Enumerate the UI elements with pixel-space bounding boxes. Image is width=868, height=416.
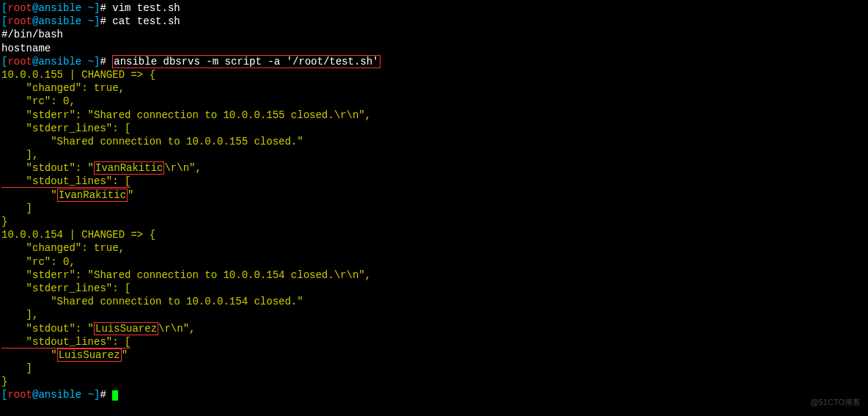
host: ansible xyxy=(38,15,81,27)
output-line: } xyxy=(1,375,867,388)
output-line: "stderr": "Shared connection to 10.0.0.1… xyxy=(1,109,867,122)
command-vim: vim test.sh xyxy=(112,2,180,14)
file-content-line: #/bin/bash xyxy=(1,28,867,41)
output-line: "rc": 0, xyxy=(1,95,867,108)
space xyxy=(81,15,87,27)
tilde: ~ xyxy=(88,56,94,67)
watermark: @51CTO博客 xyxy=(811,397,861,407)
host: ansible xyxy=(38,2,81,14)
stdout-lines-label: "stdout_lines": [ xyxy=(1,175,130,188)
file-content-line: hostname xyxy=(1,42,867,55)
user: root xyxy=(7,389,32,401)
host: ansible xyxy=(38,389,81,401)
cursor-icon xyxy=(112,390,118,401)
prompt-line-4[interactable]: [root@ansible ~]# xyxy=(1,388,867,401)
separator: | xyxy=(63,229,81,241)
quote: " xyxy=(128,189,133,201)
indent: " xyxy=(1,189,57,201)
tilde: ~ xyxy=(88,2,94,14)
quote: " xyxy=(122,349,128,361)
output-line: "stdout_lines": [ xyxy=(1,175,867,188)
ip-address: 10.0.0.154 xyxy=(1,229,63,241)
output-line: "IvanRakitic" xyxy=(1,189,867,202)
output-line: "rc": 0, xyxy=(1,255,867,269)
user: root xyxy=(7,2,32,14)
hash: # xyxy=(100,389,112,401)
hostname-output: LuisSuarez xyxy=(94,322,158,335)
brace: => { xyxy=(125,229,155,241)
status-changed: CHANGED xyxy=(81,229,125,241)
output-line: 10.0.0.154 | CHANGED => { xyxy=(1,228,867,241)
output-line: "changed": true, xyxy=(1,241,867,255)
output-line: "changed": true, xyxy=(1,81,867,95)
output-line: "stdout": "LuisSuarez\r\n", xyxy=(1,322,867,335)
hostname-output: IvanRakitic xyxy=(94,161,164,175)
output-line: ], xyxy=(1,148,867,161)
output-line: "LuisSuarez" xyxy=(1,349,867,362)
output-line: ] xyxy=(1,362,867,375)
output-line: } xyxy=(1,215,867,228)
prompt-line-3: [root@ansible ~]# ansible dbsrvs -m scri… xyxy=(1,55,867,68)
command-ansible: ansible dbsrvs -m script -a '/root/test.… xyxy=(112,55,380,68)
output-line: ] xyxy=(1,202,867,215)
output-line: "stderr_lines": [ xyxy=(1,282,867,295)
output-line: "stdout_lines": [ xyxy=(1,335,867,349)
stdout-lines-label: "stdout_lines": [ xyxy=(1,336,130,349)
output-line: "stderr": "Shared connection to 10.0.0.1… xyxy=(1,269,867,282)
output-line: 10.0.0.155 | CHANGED => { xyxy=(1,68,867,81)
hostname-output: LuisSuarez xyxy=(57,349,122,362)
indent: " xyxy=(1,349,57,361)
stdout-tail: \r\n", xyxy=(164,162,201,174)
command-cat: cat test.sh xyxy=(112,15,180,27)
hostname-output: IvanRakitic xyxy=(57,189,128,202)
stdout-tail: \r\n", xyxy=(158,323,195,335)
separator: | xyxy=(63,69,81,81)
hash: # xyxy=(100,15,112,27)
output-line: "stderr_lines": [ xyxy=(1,122,867,135)
brace: => { xyxy=(125,69,155,81)
space xyxy=(81,389,87,401)
tilde: ~ xyxy=(88,15,94,27)
ip-address: 10.0.0.155 xyxy=(1,69,63,81)
prompt-line-1: [root@ansible ~]# vim test.sh xyxy=(1,1,867,15)
space xyxy=(81,56,87,67)
stdout-label: "stdout": " xyxy=(1,323,94,335)
prompt-line-2: [root@ansible ~]# cat test.sh xyxy=(1,15,867,28)
status-changed: CHANGED xyxy=(81,69,125,81)
output-line: "stdout": "IvanRakitic\r\n", xyxy=(1,161,867,175)
output-line: ], xyxy=(1,308,867,321)
user: root xyxy=(7,15,32,27)
host: ansible xyxy=(38,56,81,67)
user: root xyxy=(7,56,32,67)
tilde: ~ xyxy=(88,389,94,401)
hash: # xyxy=(100,2,112,14)
stdout-label: "stdout": " xyxy=(1,162,94,174)
output-line: "Shared connection to 10.0.0.154 closed.… xyxy=(1,295,867,308)
output-line: "Shared connection to 10.0.0.155 closed.… xyxy=(1,135,867,148)
space xyxy=(81,2,87,14)
hash: # xyxy=(100,56,112,67)
